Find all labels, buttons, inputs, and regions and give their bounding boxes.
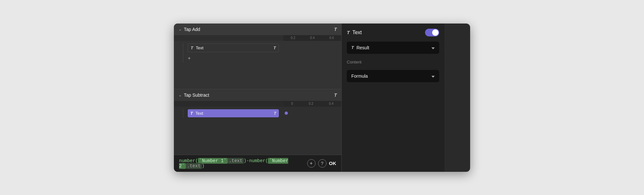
- formula-chevron-down-icon: [431, 76, 435, 78]
- tap-subtract-text-right-icon: T: [274, 111, 276, 116]
- timeline-dot: [285, 112, 288, 115]
- right-title-icon: T: [347, 30, 350, 35]
- formula-mid: )-number(: [244, 158, 268, 163]
- content-label-text: Content: [347, 60, 362, 64]
- formula-help-button[interactable]: ?: [318, 159, 327, 168]
- tap-subtract-title-group: ⌄ Tap Subtract: [178, 93, 331, 98]
- right-section: T Text T Result Content Formula: [341, 24, 444, 172]
- tap-subtract-text-row[interactable]: T Text T: [188, 109, 279, 117]
- tap-add-title-group: ⌄ Tap Add: [178, 27, 331, 32]
- formula-dropdown[interactable]: Formula: [347, 70, 439, 82]
- right-title-label: Text: [352, 30, 362, 35]
- tap-add-header[interactable]: ⌄ Tap Add T: [174, 24, 341, 35]
- tap-subtract-text-icon: T: [190, 111, 193, 116]
- result-dropdown-label: Result: [356, 45, 369, 50]
- tap-add-chevron: ⌄: [178, 27, 182, 32]
- tap-add-ruler: 0.2 0.4 0.6: [283, 35, 341, 41]
- formula-plus-button[interactable]: +: [307, 159, 316, 168]
- tap-add-tree-content: T Text T +: [174, 41, 283, 64]
- tap-add-indent: T Text T +: [183, 44, 279, 63]
- subtract-ruler-label-02: 0.2: [309, 102, 313, 105]
- ruler-label-06: 0.6: [329, 36, 334, 40]
- tap-add-block: ⌄ Tap Add T T Text T: [174, 24, 341, 89]
- content-label: Content: [347, 59, 439, 65]
- tap-add-add-btn[interactable]: +: [188, 54, 279, 63]
- tap-subtract-ruler: 0 0.2 0.4: [283, 101, 341, 107]
- tap-add-t-icon: T: [334, 27, 337, 32]
- tap-subtract-t-icon: T: [334, 93, 337, 98]
- tap-subtract-chevron: ⌄: [178, 93, 182, 97]
- formula-token1-green: `Number 1`: [198, 158, 228, 164]
- formula-token1-dark: .text: [228, 158, 244, 164]
- main-panel: ⌄ Tap Add T T Text T: [174, 24, 470, 172]
- formula-dropdown-arrow: [431, 73, 435, 79]
- tap-add-timeline: 0.2 0.4 0.6: [283, 35, 341, 64]
- tap-subtract-ruler-row: T Text T 0 0.2 0.4: [174, 101, 341, 121]
- result-dropdown-icon: T: [351, 45, 354, 50]
- toggle-switch[interactable]: [425, 29, 439, 36]
- tap-add-tree: T Text T +: [174, 35, 283, 64]
- ruler-label-02: 0.2: [291, 36, 295, 40]
- formula-actions: + ? OK: [307, 159, 336, 168]
- tap-add-title: Tap Add: [184, 27, 200, 32]
- tap-subtract-timeline: 0 0.2 0.4: [283, 101, 341, 121]
- tap-subtract-tree-content: T Text T: [174, 107, 283, 121]
- result-dropdown-arrow: [431, 45, 435, 51]
- formula-expression[interactable]: number(`Number 1`.text)-number(`Number 2…: [179, 158, 303, 169]
- result-dropdown[interactable]: T Result: [347, 42, 439, 54]
- tap-add-text-row[interactable]: T Text T: [188, 44, 279, 52]
- tap-add-ruler-row: T Text T + 0.2: [174, 35, 341, 64]
- subtract-ruler-label-04: 0.4: [329, 102, 334, 105]
- formula-prefix: number(: [179, 158, 198, 163]
- tap-subtract-block: ⌄ Tap Subtract T T Text T: [174, 89, 341, 155]
- formula-token2-dark: .text: [186, 163, 202, 169]
- formula-ok-button[interactable]: OK: [329, 161, 336, 166]
- right-header: T Text: [347, 29, 439, 36]
- dot-row: [283, 107, 341, 120]
- ruler-label-04: 0.4: [310, 36, 315, 40]
- right-title-group: T Text: [347, 30, 362, 35]
- tap-subtract-title: Tap Subtract: [184, 93, 209, 98]
- tap-add-text-label: Text: [196, 45, 271, 50]
- left-section: ⌄ Tap Add T T Text T: [174, 24, 341, 172]
- tap-subtract-indent: T Text T: [183, 109, 279, 117]
- ruler-numbers: 0.2 0.4 0.6: [283, 36, 341, 40]
- tap-subtract-tree: T Text T: [174, 101, 283, 121]
- subtract-ruler-label-0: 0: [291, 102, 293, 105]
- tap-add-text-icon: T: [191, 45, 193, 50]
- tap-subtract-header[interactable]: ⌄ Tap Subtract T: [174, 89, 341, 101]
- formula-bar: number(`Number 1`.text)-number(`Number 2…: [174, 155, 341, 172]
- plus-icon: +: [188, 55, 191, 61]
- formula-dropdown-label: Formula: [351, 73, 368, 79]
- chevron-down-icon: [431, 47, 435, 49]
- subtract-ruler-numbers: 0 0.2 0.4: [283, 102, 341, 105]
- tap-add-text-right-icon: T: [273, 45, 276, 50]
- formula-suffix: ): [202, 163, 204, 169]
- tap-subtract-text-label: Text: [195, 111, 271, 116]
- result-dropdown-left: T Result: [351, 45, 369, 50]
